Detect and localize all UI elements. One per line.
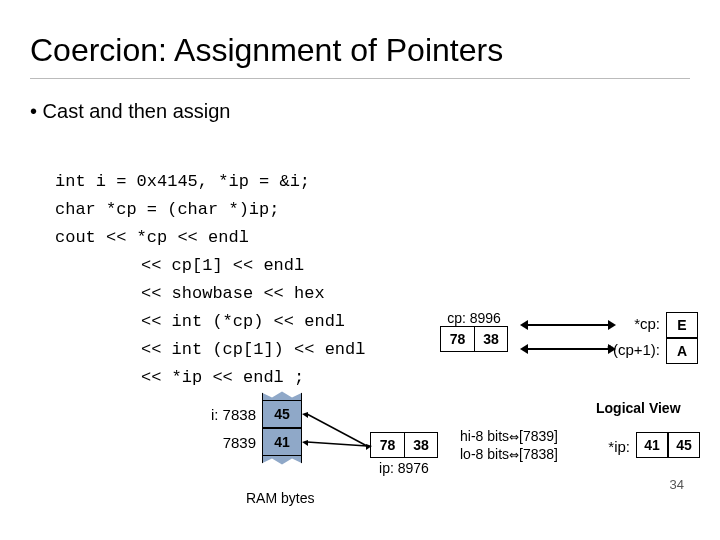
page-title: Coercion: Assignment of Pointers xyxy=(30,32,503,69)
title-underline xyxy=(30,78,690,79)
cp-addr: cp: 8996 xyxy=(440,310,508,326)
deref-ip-label: *ip: xyxy=(586,438,630,455)
svg-line-0 xyxy=(307,414,367,446)
deref-ip-hi: 41 xyxy=(636,432,668,458)
ram-label: RAM bytes xyxy=(246,490,314,506)
code-line: << cp[1] << endl xyxy=(55,252,365,280)
code-block: int i = 0x4145, *ip = &i; char *cp = (ch… xyxy=(55,140,365,392)
ram-row: 7839 41 xyxy=(200,428,302,456)
code-line: << showbase << hex xyxy=(55,280,365,308)
cp-pointer-box: cp: 8996 78 38 xyxy=(440,310,508,352)
ram-addr: 7839 xyxy=(200,434,262,451)
code-line: << int (cp[1]) << endl xyxy=(55,336,365,364)
ram-tear-icon xyxy=(262,456,302,468)
deref-cp1-label: *(cp+1): xyxy=(590,341,660,358)
logical-view-label: Logical View xyxy=(596,400,681,416)
slide-number: 34 xyxy=(670,477,684,492)
biarrow-icon xyxy=(528,324,608,326)
deref-cp-value: E xyxy=(666,312,698,338)
ram-row: i: 7838 45 xyxy=(200,400,302,428)
code-line: cout << *cp << endl xyxy=(55,228,249,247)
ram-addr: i: 7838 xyxy=(200,406,262,423)
ram-cell: 41 xyxy=(262,428,302,456)
svg-line-3 xyxy=(307,442,367,446)
ip-byte-hi: 78 xyxy=(370,432,404,458)
cp-byte-lo: 38 xyxy=(474,326,508,352)
ram-column: i: 7838 45 7839 41 xyxy=(200,388,302,468)
svg-marker-1 xyxy=(302,412,308,418)
deref-cp-label: *cp: xyxy=(610,315,660,332)
ram-cell: 45 xyxy=(262,400,302,428)
hi-bits-label: hi-8 bits⇔[7839] xyxy=(460,428,558,444)
ip-addr: ip: 8976 xyxy=(370,460,438,476)
ram-tear-icon xyxy=(262,388,302,400)
cp-byte-hi: 78 xyxy=(440,326,474,352)
code-line: << int (*cp) << endl xyxy=(55,308,365,336)
code-line: int i = 0x4145, *ip = &i; xyxy=(55,172,310,191)
deref-ip-lo: 45 xyxy=(668,432,700,458)
ip-byte-lo: 38 xyxy=(404,432,438,458)
deref-cp1-value: A xyxy=(666,338,698,364)
svg-marker-4 xyxy=(302,440,308,446)
code-line: char *cp = (char *)ip; xyxy=(55,200,279,219)
lo-bits-label: lo-8 bits⇔[7838] xyxy=(460,446,558,462)
bullet-cast-assign: • Cast and then assign xyxy=(30,100,230,123)
ip-pointer-box: 78 38 ip: 8976 xyxy=(370,432,438,476)
